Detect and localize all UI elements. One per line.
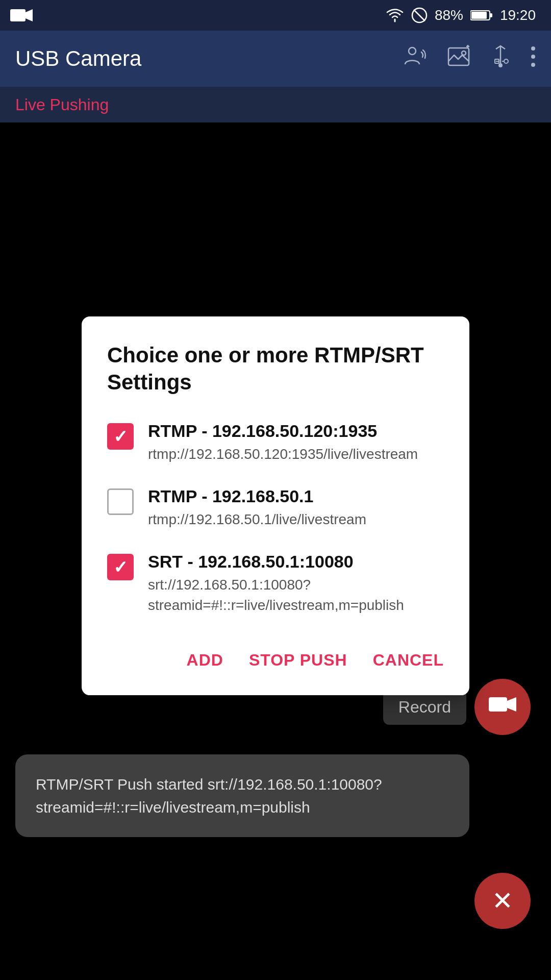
photo-icon[interactable] [447,45,470,73]
svg-rect-6 [490,13,492,17]
camera-preview: Choice one or more RTMP/SRT Settings ✓ R… [0,122,551,980]
dialog-item-3: ✓ SRT - 192.168.50.1:10080 srt://192.168… [107,552,444,615]
snackbar: RTMP/SRT Push started srt://192.168.50.1… [15,754,469,837]
dialog-item-1: ✓ RTMP - 192.168.50.120:1935 rtmp://192.… [107,421,444,464]
checkbox-2[interactable] [107,488,134,515]
dialog-actions: ADD STOP PUSH CANCEL [107,641,444,675]
checkmark-3: ✓ [113,558,128,576]
svg-point-14 [504,59,508,63]
app-bar-icons [403,45,536,73]
svg-marker-1 [26,9,33,21]
battery-text: 88% [435,7,463,23]
settings-dialog: Choice one or more RTMP/SRT Settings ✓ R… [82,316,469,695]
stop-push-button[interactable]: STOP PUSH [249,646,347,675]
svg-rect-21 [489,697,507,712]
svg-line-3 [414,10,425,21]
record-button[interactable] [474,679,531,735]
live-pushing-label: Live Pushing [15,95,109,114]
usb-icon[interactable] [491,45,510,73]
item-subtitle-1: rtmp://192.168.50.120:1935/live/livestre… [148,444,444,464]
add-button[interactable]: ADD [187,646,223,675]
item-title-2: RTMP - 192.168.50.1 [148,486,444,506]
checkmark-1: ✓ [113,428,128,445]
live-pushing-bar: Live Pushing [0,87,551,122]
dialog-title: Choice one or more RTMP/SRT Settings [107,342,444,396]
close-icon: ✕ [492,886,513,916]
svg-point-9 [462,51,466,55]
item-title-1: RTMP - 192.168.50.120:1935 [148,421,444,441]
person-wave-icon[interactable] [403,45,427,73]
svg-rect-5 [471,12,487,19]
item-subtitle-3: srt://192.168.50.1:10080?streamid=#!::r=… [148,575,444,615]
item-text-2: RTMP - 192.168.50.1 rtmp://192.168.50.1/… [148,486,444,529]
checkbox-1[interactable]: ✓ [107,423,134,450]
status-bar-left-icons [10,0,33,31]
svg-point-17 [498,63,503,67]
item-title-3: SRT - 192.168.50.1:10080 [148,552,444,572]
time-text: 19:20 [500,7,536,23]
item-text-1: RTMP - 192.168.50.120:1935 rtmp://192.16… [148,421,444,464]
video-camera-icon [489,694,516,720]
svg-point-18 [531,46,535,51]
checkbox-3[interactable]: ✓ [107,554,134,580]
status-icons: 88% 19:20 [386,7,536,23]
svg-marker-22 [507,697,516,712]
svg-point-7 [409,47,416,55]
svg-point-19 [531,55,535,59]
item-subtitle-2: rtmp://192.168.50.1/live/livestream [148,509,444,529]
cancel-button[interactable]: CANCEL [373,646,444,675]
status-bar: 88% 19:20 [0,0,551,31]
svg-rect-8 [448,48,469,65]
dialog-item-2: RTMP - 192.168.50.1 rtmp://192.168.50.1/… [107,486,444,529]
close-button[interactable]: ✕ [474,873,531,929]
snackbar-text: RTMP/SRT Push started srt://192.168.50.1… [36,776,382,816]
app-bar: USB Camera [0,31,551,87]
svg-point-20 [531,63,535,67]
more-icon[interactable] [531,46,536,72]
svg-rect-0 [10,9,26,21]
app-title: USB Camera [15,46,393,71]
item-text-3: SRT - 192.168.50.1:10080 srt://192.168.5… [148,552,444,615]
